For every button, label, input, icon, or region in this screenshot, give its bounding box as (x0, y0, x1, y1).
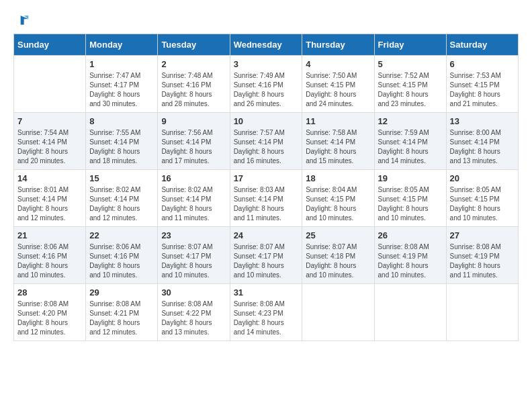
calendar-cell: 27Sunrise: 8:08 AMSunset: 4:19 PMDayligh… (446, 227, 518, 284)
day-number: 6 (450, 59, 515, 69)
calendar-table: SundayMondayTuesdayWednesdayThursdayFrid… (13, 34, 519, 341)
weekday-header: Sunday (14, 34, 86, 56)
calendar-cell: 19Sunrise: 8:05 AMSunset: 4:15 PMDayligh… (374, 170, 446, 227)
day-number: 17 (234, 173, 299, 183)
calendar-cell: 5Sunrise: 7:52 AMSunset: 4:15 PMDaylight… (374, 56, 446, 113)
calendar-cell: 26Sunrise: 8:08 AMSunset: 4:19 PMDayligh… (374, 227, 446, 284)
day-info: Sunrise: 7:54 AMSunset: 4:14 PMDaylight:… (17, 128, 82, 166)
logo-icon (16, 13, 30, 27)
calendar-cell: 2Sunrise: 7:48 AMSunset: 4:16 PMDaylight… (158, 56, 230, 113)
day-info: Sunrise: 8:07 AMSunset: 4:17 PMDaylight:… (161, 242, 226, 280)
day-number: 8 (89, 116, 154, 126)
day-info: Sunrise: 8:08 AMSunset: 4:23 PMDaylight:… (234, 300, 299, 337)
weekday-header: Thursday (302, 34, 374, 56)
day-info: Sunrise: 7:53 AMSunset: 4:15 PMDaylight:… (450, 71, 515, 109)
day-info: Sunrise: 8:06 AMSunset: 4:16 PMDaylight:… (17, 242, 82, 280)
calendar-cell: 8Sunrise: 7:55 AMSunset: 4:14 PMDaylight… (86, 113, 158, 170)
weekday-header: Monday (86, 34, 158, 56)
day-info: Sunrise: 8:02 AMSunset: 4:14 PMDaylight:… (89, 185, 154, 223)
day-number: 20 (450, 173, 515, 183)
page-header (13, 13, 519, 27)
day-info: Sunrise: 8:06 AMSunset: 4:16 PMDaylight:… (89, 242, 154, 280)
calendar-cell (302, 284, 374, 341)
weekday-header: Friday (374, 34, 446, 56)
day-number: 22 (89, 230, 154, 240)
calendar-cell: 11Sunrise: 7:58 AMSunset: 4:14 PMDayligh… (302, 113, 374, 170)
day-info: Sunrise: 7:57 AMSunset: 4:14 PMDaylight:… (234, 128, 299, 166)
day-number: 31 (234, 287, 299, 298)
calendar-cell: 29Sunrise: 8:08 AMSunset: 4:21 PMDayligh… (86, 284, 158, 341)
day-info: Sunrise: 8:08 AMSunset: 4:21 PMDaylight:… (89, 300, 154, 337)
day-info: Sunrise: 7:52 AMSunset: 4:15 PMDaylight:… (378, 71, 443, 109)
day-info: Sunrise: 8:02 AMSunset: 4:14 PMDaylight:… (161, 185, 226, 223)
calendar-cell: 15Sunrise: 8:02 AMSunset: 4:14 PMDayligh… (86, 170, 158, 227)
weekday-header: Saturday (446, 34, 518, 56)
weekday-header: Tuesday (158, 34, 230, 56)
day-info: Sunrise: 7:48 AMSunset: 4:16 PMDaylight:… (161, 71, 226, 109)
calendar-cell: 12Sunrise: 7:59 AMSunset: 4:14 PMDayligh… (374, 113, 446, 170)
day-info: Sunrise: 7:58 AMSunset: 4:14 PMDaylight:… (306, 128, 370, 166)
calendar-cell: 25Sunrise: 8:07 AMSunset: 4:18 PMDayligh… (302, 227, 374, 284)
day-number: 15 (89, 173, 154, 183)
calendar-cell: 4Sunrise: 7:50 AMSunset: 4:15 PMDaylight… (302, 56, 374, 113)
day-number: 3 (234, 59, 299, 69)
day-info: Sunrise: 7:55 AMSunset: 4:14 PMDaylight:… (89, 128, 154, 166)
day-number: 28 (17, 287, 82, 298)
logo (13, 13, 30, 27)
day-number: 26 (378, 230, 443, 240)
day-info: Sunrise: 8:00 AMSunset: 4:14 PMDaylight:… (450, 128, 515, 166)
day-number: 18 (306, 173, 370, 183)
day-number: 1 (89, 59, 154, 69)
calendar-cell: 17Sunrise: 8:03 AMSunset: 4:14 PMDayligh… (230, 170, 302, 227)
calendar-cell: 31Sunrise: 8:08 AMSunset: 4:23 PMDayligh… (230, 284, 302, 341)
calendar-cell: 13Sunrise: 8:00 AMSunset: 4:14 PMDayligh… (446, 113, 518, 170)
calendar-cell: 22Sunrise: 8:06 AMSunset: 4:16 PMDayligh… (86, 227, 158, 284)
day-info: Sunrise: 8:04 AMSunset: 4:15 PMDaylight:… (306, 185, 370, 223)
calendar-cell: 7Sunrise: 7:54 AMSunset: 4:14 PMDaylight… (14, 113, 86, 170)
calendar-cell: 14Sunrise: 8:01 AMSunset: 4:14 PMDayligh… (14, 170, 86, 227)
calendar-cell: 28Sunrise: 8:08 AMSunset: 4:20 PMDayligh… (14, 284, 86, 341)
day-number: 13 (450, 116, 515, 126)
day-number: 27 (450, 230, 515, 240)
calendar-cell: 10Sunrise: 7:57 AMSunset: 4:14 PMDayligh… (230, 113, 302, 170)
day-number: 5 (378, 59, 443, 69)
calendar-cell: 18Sunrise: 8:04 AMSunset: 4:15 PMDayligh… (302, 170, 374, 227)
calendar-cell: 20Sunrise: 8:05 AMSunset: 4:15 PMDayligh… (446, 170, 518, 227)
day-number: 9 (161, 116, 226, 126)
calendar-cell (14, 56, 86, 113)
calendar-cell: 24Sunrise: 8:07 AMSunset: 4:17 PMDayligh… (230, 227, 302, 284)
day-number: 14 (17, 173, 82, 183)
day-info: Sunrise: 8:03 AMSunset: 4:14 PMDaylight:… (234, 185, 299, 223)
day-info: Sunrise: 7:50 AMSunset: 4:15 PMDaylight:… (306, 71, 370, 109)
calendar-cell: 9Sunrise: 7:56 AMSunset: 4:14 PMDaylight… (158, 113, 230, 170)
calendar-cell (446, 284, 518, 341)
day-info: Sunrise: 7:59 AMSunset: 4:14 PMDaylight:… (378, 128, 443, 166)
day-number: 2 (161, 59, 226, 69)
day-info: Sunrise: 7:56 AMSunset: 4:14 PMDaylight:… (161, 128, 226, 166)
day-number: 10 (234, 116, 299, 126)
day-number: 23 (161, 230, 226, 240)
day-info: Sunrise: 8:05 AMSunset: 4:15 PMDaylight:… (450, 185, 515, 223)
day-number: 11 (306, 116, 370, 126)
calendar-cell (374, 284, 446, 341)
day-number: 7 (17, 116, 82, 126)
day-info: Sunrise: 8:08 AMSunset: 4:19 PMDaylight:… (378, 242, 443, 280)
day-info: Sunrise: 8:05 AMSunset: 4:15 PMDaylight:… (378, 185, 443, 223)
day-number: 12 (378, 116, 443, 126)
calendar-cell: 21Sunrise: 8:06 AMSunset: 4:16 PMDayligh… (14, 227, 86, 284)
day-info: Sunrise: 8:08 AMSunset: 4:20 PMDaylight:… (17, 300, 82, 337)
day-info: Sunrise: 8:01 AMSunset: 4:14 PMDaylight:… (17, 185, 82, 223)
day-info: Sunrise: 8:08 AMSunset: 4:22 PMDaylight:… (161, 300, 226, 337)
day-info: Sunrise: 7:47 AMSunset: 4:17 PMDaylight:… (89, 71, 154, 109)
weekday-header: Wednesday (230, 34, 302, 56)
day-number: 4 (306, 59, 370, 69)
day-number: 30 (161, 287, 226, 298)
day-number: 25 (306, 230, 370, 240)
day-number: 24 (234, 230, 299, 240)
calendar-cell: 6Sunrise: 7:53 AMSunset: 4:15 PMDaylight… (446, 56, 518, 113)
day-number: 16 (161, 173, 226, 183)
calendar-cell: 16Sunrise: 8:02 AMSunset: 4:14 PMDayligh… (158, 170, 230, 227)
calendar-cell: 1Sunrise: 7:47 AMSunset: 4:17 PMDaylight… (86, 56, 158, 113)
calendar-cell: 30Sunrise: 8:08 AMSunset: 4:22 PMDayligh… (158, 284, 230, 341)
day-info: Sunrise: 8:07 AMSunset: 4:17 PMDaylight:… (234, 242, 299, 280)
